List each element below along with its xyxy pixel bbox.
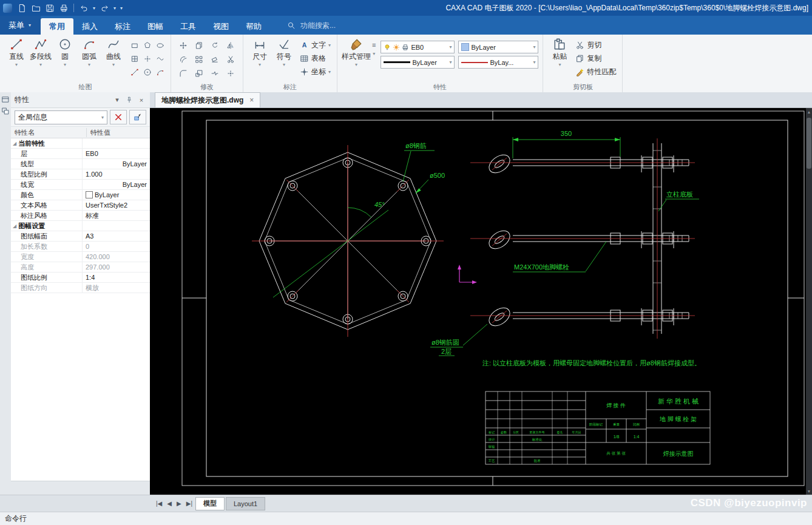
tab-help[interactable]: 帮助 bbox=[237, 18, 270, 35]
property-row[interactable]: 图纸方向横放 bbox=[11, 283, 150, 293]
tab-sheet[interactable]: 图幅 bbox=[139, 18, 172, 35]
property-row[interactable]: 加长系数0 bbox=[11, 242, 150, 252]
property-row[interactable]: 图纸幅面A3 bbox=[11, 231, 150, 242]
property-row[interactable]: 图纸比例1:4 bbox=[11, 273, 150, 283]
expand-icon[interactable]: ◢ bbox=[13, 223, 16, 229]
linewidth-dropdown[interactable]: ByLay... ▾ bbox=[458, 56, 538, 69]
property-row[interactable]: 线型比例1.000 bbox=[11, 169, 150, 180]
options-dropdown-icon[interactable]: ▾ bbox=[373, 52, 375, 56]
drawing-canvas[interactable]: ø8钢筋 ø500 45° bbox=[150, 108, 812, 495]
property-row[interactable]: 文本风格UserTxtStyle2 bbox=[11, 200, 150, 211]
move-tool-button[interactable] bbox=[175, 38, 191, 52]
scope-select[interactable]: 全局信息 ▾ bbox=[15, 110, 107, 124]
hatch-tool-button[interactable] bbox=[128, 52, 141, 66]
pick-objects-button[interactable] bbox=[129, 110, 146, 124]
match-properties-button[interactable]: 特性匹配 bbox=[573, 66, 618, 78]
property-row[interactable]: 层EB0 bbox=[11, 149, 150, 159]
property-row[interactable]: 宽度420.000 bbox=[11, 252, 150, 262]
print-button[interactable] bbox=[58, 2, 70, 14]
edit-point-tool-button[interactable] bbox=[223, 66, 239, 80]
tab-view[interactable]: 视图 bbox=[205, 18, 237, 35]
rectangle-tool-button[interactable] bbox=[128, 39, 141, 52]
offset-tool-button[interactable] bbox=[175, 52, 191, 66]
polyline-tool-button[interactable]: 多段线▾ bbox=[29, 36, 53, 67]
break-tool-button[interactable] bbox=[207, 66, 223, 80]
line-tool-button[interactable]: 直线▾ bbox=[4, 36, 29, 67]
property-row[interactable]: 线型ByLayer bbox=[11, 159, 150, 169]
expand-icon[interactable]: ◢ bbox=[13, 141, 16, 146]
prev-sheet-button[interactable]: ◀ bbox=[165, 500, 174, 507]
copy-tool-button[interactable] bbox=[191, 38, 207, 52]
spline-tool-button[interactable]: 曲线▾ bbox=[101, 36, 126, 67]
rotate-tool-button[interactable] bbox=[207, 38, 223, 52]
property-row[interactable]: ◢当前特性 bbox=[11, 138, 150, 149]
main-menu-button[interactable]: 菜单 ▾ bbox=[0, 16, 41, 35]
fillet-tool-button[interactable] bbox=[175, 66, 191, 80]
scroll-down-icon[interactable]: ▼ bbox=[806, 487, 812, 495]
clear-selection-button[interactable] bbox=[110, 110, 127, 124]
cut-button[interactable]: 剪切 bbox=[573, 39, 618, 51]
document-tab[interactable]: 地脚螺栓焊接示意图.dwg × bbox=[155, 92, 260, 107]
property-row[interactable]: 标注风格标准 bbox=[11, 211, 150, 221]
linetype-dropdown[interactable]: ByLayer ▾ bbox=[381, 56, 455, 69]
customize-toolbar-icon[interactable]: ▾ bbox=[119, 5, 124, 11]
properties-panel-tab-icon[interactable] bbox=[1, 95, 10, 104]
command-line-bar[interactable]: 命令行 bbox=[0, 512, 812, 525]
layer-dropdown[interactable]: EB0 ▾ bbox=[381, 41, 455, 53]
wave-curve-tool-button[interactable] bbox=[154, 52, 166, 66]
text-tool-button[interactable]: 文字▾ bbox=[298, 39, 333, 51]
tab-home[interactable]: 常用 bbox=[41, 18, 73, 35]
layout1-tab[interactable]: Layout1 bbox=[226, 497, 265, 510]
search-input[interactable] bbox=[299, 21, 374, 30]
tab-tools[interactable]: 工具 bbox=[172, 18, 205, 35]
redo-button[interactable] bbox=[98, 2, 110, 14]
list-icon[interactable]: ≡ bbox=[372, 41, 376, 49]
scrollbar-thumb[interactable] bbox=[807, 118, 811, 169]
color-dropdown[interactable]: ByLayer ▾ bbox=[458, 41, 538, 53]
close-panel-icon[interactable]: × bbox=[137, 95, 146, 105]
new-document-button[interactable] bbox=[16, 2, 28, 14]
undo-button[interactable] bbox=[78, 2, 90, 14]
property-row[interactable]: ◢图幅设置 bbox=[11, 221, 150, 231]
property-row[interactable]: 线宽ByLayer bbox=[11, 180, 150, 190]
cad-drawing[interactable]: ø8钢筋 ø500 45° bbox=[150, 108, 806, 495]
small-arc-tool-button[interactable] bbox=[154, 66, 166, 79]
pin-icon[interactable] bbox=[124, 95, 134, 105]
close-document-icon[interactable]: × bbox=[249, 96, 254, 104]
scroll-up-icon[interactable]: ▲ bbox=[806, 108, 812, 115]
panel-menu-icon[interactable]: ▾ bbox=[112, 95, 122, 105]
app-icon[interactable] bbox=[3, 4, 12, 13]
save-button[interactable] bbox=[44, 2, 56, 14]
coordinate-tool-button[interactable]: 坐标▾ bbox=[298, 66, 333, 78]
vertical-scrollbar[interactable]: ▲ ▼ bbox=[806, 108, 812, 495]
erase-tool-button[interactable] bbox=[207, 52, 223, 66]
small-circle-tool-button[interactable] bbox=[141, 66, 154, 79]
symbol-tool-button[interactable]: 符号▾ bbox=[272, 36, 296, 67]
point-tool-button[interactable] bbox=[141, 52, 154, 66]
redo-dropdown-icon[interactable]: ▾ bbox=[112, 5, 117, 11]
trim-tool-button[interactable] bbox=[223, 52, 239, 66]
scale-tool-button[interactable] bbox=[191, 66, 207, 80]
tab-insert[interactable]: 插入 bbox=[73, 18, 106, 35]
copy-button[interactable]: 复制 bbox=[573, 52, 618, 64]
first-sheet-button[interactable]: |◀ bbox=[154, 500, 164, 507]
model-tab[interactable]: 模型 bbox=[195, 497, 225, 510]
open-document-button[interactable] bbox=[30, 2, 42, 14]
layers-panel-tab-icon[interactable] bbox=[1, 107, 10, 115]
ellipse-tool-button[interactable] bbox=[154, 39, 166, 52]
table-tool-button[interactable]: 表格 bbox=[298, 52, 333, 64]
property-row[interactable]: 高度297.000 bbox=[11, 262, 150, 273]
style-manager-button[interactable]: 样式管理▾ bbox=[342, 36, 371, 67]
array-tool-button[interactable] bbox=[191, 52, 207, 66]
paste-button[interactable]: 粘贴▾ bbox=[547, 36, 572, 67]
last-sheet-button[interactable]: ▶| bbox=[184, 500, 194, 507]
tab-annotate[interactable]: 标注 bbox=[106, 18, 139, 35]
arc-tool-button[interactable]: 圆弧▾ bbox=[77, 36, 101, 67]
undo-dropdown-icon[interactable]: ▾ bbox=[92, 5, 96, 11]
circle-tool-button[interactable]: 圆▾ bbox=[53, 36, 77, 67]
property-row[interactable]: 颜色ByLayer bbox=[11, 190, 150, 200]
polygon-tool-button[interactable] bbox=[141, 39, 154, 52]
dimension-tool-button[interactable]: 尺寸▾ bbox=[248, 36, 272, 67]
mirror-tool-button[interactable] bbox=[223, 38, 239, 52]
next-sheet-button[interactable]: ▶ bbox=[175, 500, 183, 507]
